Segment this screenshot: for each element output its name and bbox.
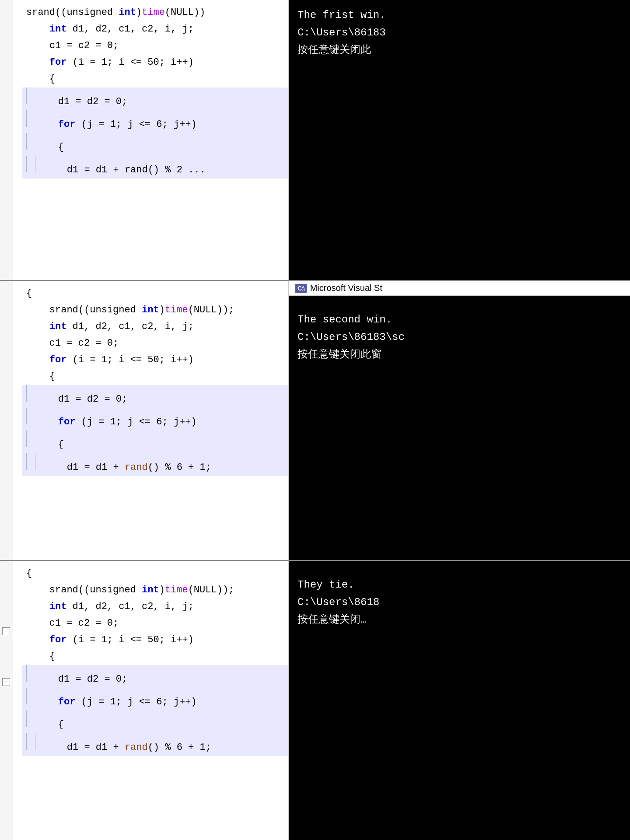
collapse-icon-1[interactable]: − [2,627,10,635]
code-content-2: { srand((unsigned int)time(NULL)); int d… [13,281,288,480]
code-line: { [22,133,288,156]
console-line: The frist win. [298,7,621,24]
code-editor-2[interactable]: { srand((unsigned int)time(NULL)); int d… [0,281,289,560]
code-editor-3[interactable]: − − { srand((unsigned int)time(NULL)); i… [0,561,289,840]
console-panel-2: The second win. C:\Users\86183\sc 按任意键关闭… [289,296,630,560]
code-text: d1 = d2 = 0; [35,671,127,688]
code-line: int d1, d2, c1, c2, i, j; [22,21,288,38]
code-text: { [26,71,55,88]
code-line: { [22,368,288,385]
code-line: c1 = c2 = 0; [22,335,288,352]
code-text: for (i = 1; i <= 50; i++) [26,352,194,368]
code-text: d1 = d2 = 0; [35,391,127,408]
code-line: c1 = c2 = 0; [22,615,288,632]
console-line: They tie. [298,576,621,594]
code-line: { [22,285,288,302]
code-line: for (i = 1; i <= 50; i++) [22,632,288,648]
console-line: C:\Users\8618 [298,594,621,611]
code-line: int d1, d2, c1, c2, i, j; [22,318,288,335]
code-text: for (j = 1; j <= 6; j++) [35,414,197,430]
panel-row-2: { srand((unsigned int)time(NULL)); int d… [0,280,630,560]
code-text: int d1, d2, c1, c2, i, j; [26,598,194,615]
console-icon: C:\ [295,284,307,293]
left-margin-1 [0,0,13,280]
left-margin-2 [0,281,13,560]
code-text: { [26,368,55,385]
code-text: for (i = 1; i <= 50; i++) [26,632,194,648]
code-line: d1 = d2 = 0; [22,385,288,408]
code-line: for (i = 1; i <= 50; i++) [22,54,288,71]
code-text: d1 = d1 + rand() % 2 ... [44,162,206,178]
code-text: for (j = 1; j <= 6; j++) [35,116,197,133]
console-line: 按任意键关闭… [298,611,621,629]
code-text: c1 = c2 = 0; [26,615,119,632]
code-line: { [22,71,288,88]
code-text: { [35,717,64,733]
code-text: { [35,139,64,156]
panel-row-1: srand((unsigned int)time(NULL)) int d1, … [0,0,630,280]
console-area-2: C:\ Microsoft Visual St The second win. … [289,281,630,560]
code-line: for (j = 1; j <= 6; j++) [22,688,288,710]
console-line: The second win. [298,311,621,329]
code-line: { [22,565,288,582]
code-text: { [35,437,64,453]
left-margin-3: − − [0,561,13,840]
code-text: c1 = c2 = 0; [26,38,119,54]
collapse-icon-2[interactable]: − [2,678,10,686]
code-line: srand((unsigned int)time(NULL)); [22,582,288,598]
code-text: d1 = d2 = 0; [35,94,127,110]
console-panel-1: The frist win. C:\Users\86183 按任意键关闭此 [289,0,630,280]
code-line: int d1, d2, c1, c2, i, j; [22,598,288,615]
console-title-text: Microsoft Visual St [310,283,382,293]
code-content-1: srand((unsigned int)time(NULL)) int d1, … [13,0,288,183]
code-line: c1 = c2 = 0; [22,38,288,54]
code-text: { [26,565,32,582]
code-line: for (i = 1; i <= 50; i++) [22,352,288,368]
code-line: d1 = d2 = 0; [22,88,288,110]
code-lines-2: { srand((unsigned int)time(NULL)); int d… [13,281,288,560]
code-lines-3: { srand((unsigned int)time(NULL)); int d… [13,561,288,840]
code-text: { [26,648,55,665]
code-line: { [22,710,288,733]
code-text: srand((unsigned int)time(NULL)); [26,302,234,318]
console-line: C:\Users\86183\sc [298,329,621,346]
console-line: C:\Users\86183 [298,24,621,42]
console-line: 按任意键关闭此 [298,42,621,59]
code-text: c1 = c2 = 0; [26,335,119,352]
code-content-3: { srand((unsigned int)time(NULL)); int d… [13,561,288,760]
code-line: for (j = 1; j <= 6; j++) [22,110,288,133]
main-container: srand((unsigned int)time(NULL)) int d1, … [0,0,630,840]
code-text: for (i = 1; i <= 50; i++) [26,54,194,71]
code-text: int d1, d2, c1, c2, i, j; [26,318,194,335]
code-line: srand((unsigned int)time(NULL)); [22,302,288,318]
code-text: { [26,285,32,302]
code-line: d1 = d1 + rand() % 6 + 1; [22,733,288,756]
code-line: d1 = d2 = 0; [22,665,288,688]
code-text: srand((unsigned int)time(NULL)); [26,582,234,598]
code-line: d1 = d1 + rand() % 6 + 1; [22,453,288,476]
console-line: 按任意键关闭此窗 [298,346,621,364]
console-panel-3: They tie. C:\Users\8618 按任意键关闭… [289,561,630,840]
code-text: srand((unsigned int)time(NULL)) [26,4,205,21]
panel-row-3: − − { srand((unsigned int)time(NULL)); i… [0,560,630,840]
code-line: d1 = d1 + rand() % 2 ... [22,156,288,178]
code-line: srand((unsigned int)time(NULL)) [22,4,288,21]
code-line: { [22,648,288,665]
code-lines-1: srand((unsigned int)time(NULL)) int d1, … [13,0,288,280]
code-line: for (j = 1; j <= 6; j++) [22,408,288,430]
code-text: d1 = d1 + rand() % 6 + 1; [44,459,211,476]
code-text: d1 = d1 + rand() % 6 + 1; [44,739,211,756]
code-text: int d1, d2, c1, c2, i, j; [26,21,194,38]
code-line: { [22,430,288,453]
code-editor-1[interactable]: srand((unsigned int)time(NULL)) int d1, … [0,0,289,280]
console-title-bar: C:\ Microsoft Visual St [289,281,630,296]
code-text: for (j = 1; j <= 6; j++) [35,694,197,710]
